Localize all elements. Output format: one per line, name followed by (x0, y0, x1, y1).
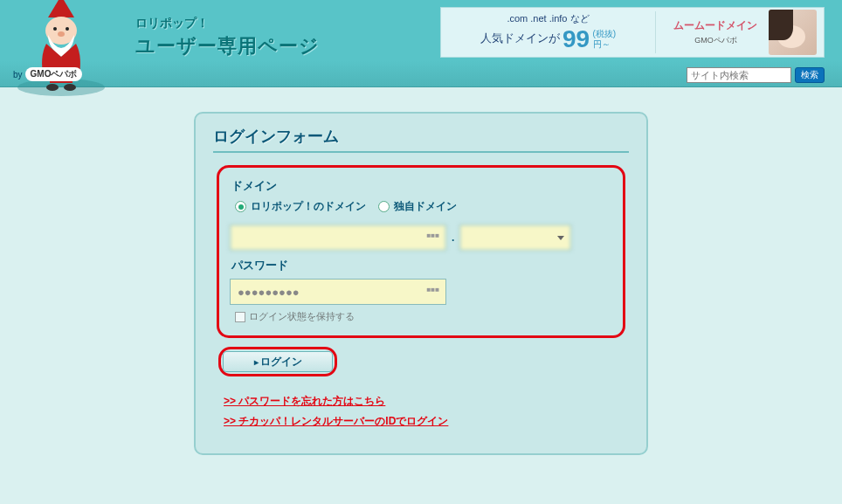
brand-by-line: by GMOペパボ (13, 67, 82, 81)
domain-row: ■■■ . (230, 224, 612, 251)
banner-left: .com .net .info など 人気ドメインが 99 (税抜)円～ (441, 9, 655, 57)
banner-photo (769, 10, 817, 55)
domain-radio-group: ロリポップ！のドメイン 独自ドメイン (235, 199, 612, 214)
banner-popular-text: 人気ドメインが (480, 31, 560, 45)
login-panel: ログインフォーム ドメイン ロリポップ！のドメイン 独自ドメイン ■■■ . (194, 112, 648, 455)
radio-own-label: 独自ドメイン (394, 199, 457, 214)
subdomain-input[interactable] (230, 224, 446, 251)
banner-price-unit: (税抜)円～ (593, 29, 617, 50)
radio-lolipop-domain[interactable]: ロリポップ！のドメイン (235, 199, 366, 214)
forgot-password-link[interactable]: >> パスワードを忘れた方はこちら (224, 394, 629, 409)
svg-point-2 (53, 27, 57, 31)
search-input[interactable] (687, 67, 791, 83)
brand-text: ロリポップ！ ユーザー専用ページ (135, 16, 320, 59)
banner-domains-text: .com .net .info など (448, 12, 648, 25)
domain-dot: . (452, 231, 454, 244)
svg-point-3 (66, 27, 69, 31)
search-bar: 検索 (687, 67, 825, 83)
by-company: GMOペパボ (25, 67, 83, 81)
svg-point-8 (64, 84, 76, 91)
keep-login-checkbox[interactable] (235, 312, 245, 322)
login-button[interactable]: ログイン (223, 351, 333, 372)
ad-banner[interactable]: .com .net .info など 人気ドメインが 99 (税抜)円～ ムーム… (440, 7, 825, 58)
radio-lolipop-label: ロリポップ！のドメイン (251, 199, 366, 214)
header: ロリポップ！ ユーザー専用ページ by GMOペパボ .com .net .in… (0, 0, 842, 87)
banner-price-number: 99 (562, 25, 590, 53)
password-input[interactable] (230, 279, 446, 305)
password-label: パスワード (231, 258, 612, 273)
banner-right: ムームードメイン GMOペパボ (656, 6, 824, 59)
brand-line1: ロリポップ！ (135, 16, 320, 31)
search-button[interactable]: 検索 (795, 67, 825, 83)
svg-point-7 (46, 84, 59, 91)
banner-muu-by: GMOペパボ (663, 35, 769, 46)
banner-muu-title: ムームードメイン (663, 18, 769, 33)
domain-label: ドメイン (231, 178, 612, 194)
highlight-box: ドメイン ロリポップ！のドメイン 独自ドメイン ■■■ . パスワー (217, 165, 625, 338)
by-label: by (13, 70, 23, 79)
keep-login-row[interactable]: ログイン状態を保持する (235, 310, 612, 323)
svg-point-4 (58, 31, 65, 37)
radio-icon (378, 201, 390, 212)
brand-line2: ユーザー専用ページ (135, 33, 320, 59)
chicappa-login-link[interactable]: >> チカッパ！レンタルサーバーのIDでログイン (224, 414, 629, 429)
brand-mascot (13, 0, 109, 96)
radio-icon (235, 201, 246, 212)
radio-own-domain[interactable]: 独自ドメイン (378, 199, 457, 214)
keep-login-label: ログイン状態を保持する (249, 310, 355, 323)
help-links: >> パスワードを忘れた方はこちら >> チカッパ！レンタルサーバーのIDでログ… (224, 394, 629, 429)
panel-title: ログインフォーム (213, 126, 629, 153)
domain-select[interactable] (459, 224, 571, 251)
login-button-highlight: ログイン (218, 347, 337, 376)
